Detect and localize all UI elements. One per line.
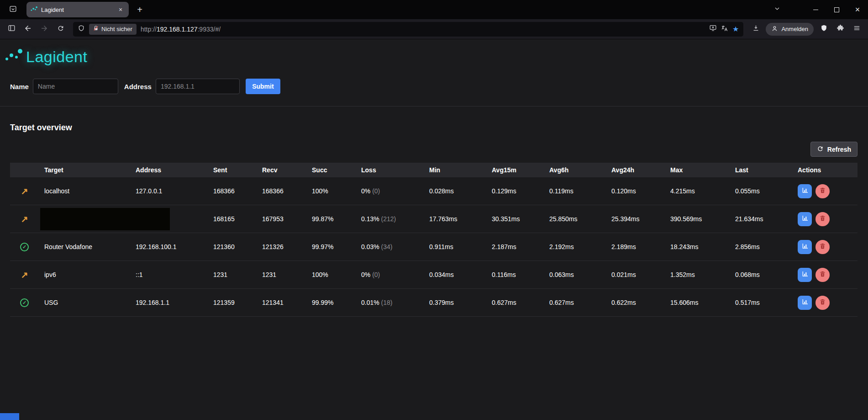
sidebar-toggle-button[interactable]	[4, 21, 19, 37]
last-cell: 2.856ms	[730, 243, 792, 250]
table-row: ↗ ✓ ipv6 ::1 1231 1231 100% 0% (0) 0.034…	[10, 261, 857, 289]
close-button[interactable]: ×	[847, 0, 868, 19]
target-cell: Router Vodafone	[39, 243, 130, 250]
status-warning-icon: ↗	[21, 271, 28, 279]
column-header-avg6h: Avg6h	[544, 166, 606, 174]
max-cell: 18.243ms	[665, 243, 730, 250]
trash-icon	[819, 215, 826, 223]
loss-cell: 0.13% (212)	[356, 215, 424, 223]
signin-label: Anmelden	[781, 26, 808, 32]
actions-cell	[792, 184, 857, 198]
loss-value: 0.01%	[361, 299, 379, 306]
chart-button[interactable]	[798, 296, 812, 310]
close-icon: ×	[855, 5, 860, 14]
firefox-view-button[interactable]	[5, 2, 21, 17]
tracking-protection-shield-icon[interactable]	[78, 25, 85, 34]
extension-shield-button[interactable]	[816, 21, 831, 37]
tab-title: Lagident	[41, 6, 113, 13]
status-warning-icon: ↗	[21, 215, 28, 223]
succ-cell: 99.97%	[306, 243, 356, 250]
table-row: ↗ ✓ 168165 167953 99.87% 0.13% (212) 17.…	[10, 205, 857, 233]
avg15m-cell: 0.129ms	[486, 187, 544, 195]
list-all-tabs-button[interactable]	[769, 2, 785, 17]
save-to-device-icon[interactable]	[709, 24, 717, 34]
column-header-loss: Loss	[356, 166, 424, 174]
delete-button[interactable]	[815, 240, 830, 254]
table-row: ↗ ✓ Router Vodafone 192.168.100.1 121360…	[10, 233, 857, 261]
last-cell: 0.055ms	[730, 187, 792, 195]
submit-button[interactable]: Submit	[246, 79, 280, 94]
table-header: Target Address Sent Recv Succ Loss Min A…	[10, 163, 857, 177]
delete-button[interactable]	[815, 184, 830, 198]
logo-icon	[5, 47, 23, 67]
translate-icon[interactable]	[721, 25, 728, 34]
chart-button[interactable]	[798, 240, 812, 254]
security-chip[interactable]: Nicht sicher	[89, 24, 137, 35]
forward-icon	[40, 24, 48, 34]
chevron-down-icon	[773, 5, 781, 14]
minimize-button[interactable]	[805, 0, 826, 19]
status-ok-icon: ✓	[20, 298, 29, 307]
succ-cell: 100%	[306, 271, 356, 278]
avg15m-cell: 0.627ms	[486, 299, 544, 306]
maximize-button[interactable]	[826, 0, 847, 19]
loss-count: (0)	[372, 271, 380, 278]
max-cell: 4.215ms	[665, 187, 730, 195]
refresh-label: Refresh	[827, 146, 851, 153]
extension-puzzle-button[interactable]	[832, 21, 848, 37]
menu-button[interactable]	[849, 21, 864, 37]
delete-button[interactable]	[815, 212, 830, 226]
add-target-form: Name Address Submit	[0, 69, 868, 94]
trash-icon	[819, 298, 826, 307]
downloads-button[interactable]	[748, 21, 763, 37]
trash-icon	[819, 243, 826, 251]
column-header-recv: Recv	[257, 166, 306, 174]
bottom-left-blue-fragment	[0, 413, 19, 420]
status-cell: ↗ ✓	[10, 215, 39, 223]
last-cell: 0.068ms	[730, 271, 792, 278]
chart-icon	[801, 298, 809, 307]
chart-button[interactable]	[798, 212, 812, 226]
sent-cell: 121360	[208, 243, 257, 250]
avg24h-cell: 0.120ms	[606, 187, 665, 195]
chart-icon	[801, 271, 809, 279]
chart-icon	[801, 243, 809, 251]
name-input[interactable]	[33, 79, 118, 94]
back-button[interactable]	[20, 21, 36, 37]
min-cell: 0.028ms	[424, 187, 486, 195]
sent-cell: 121359	[208, 299, 257, 306]
avg15m-cell: 0.116ms	[486, 271, 544, 278]
address-input[interactable]	[156, 79, 240, 94]
refresh-button[interactable]: Refresh	[810, 142, 857, 157]
trash-icon	[819, 271, 826, 279]
bookmark-star-icon[interactable]: ★	[732, 26, 739, 33]
sent-cell: 168165	[208, 215, 257, 223]
min-cell: 0.911ms	[424, 243, 486, 250]
chart-button[interactable]	[798, 184, 812, 198]
column-header-avg15m: Avg15m	[486, 166, 544, 174]
reload-button[interactable]	[53, 21, 68, 37]
signin-button[interactable]: Anmelden	[766, 23, 814, 36]
status-cell: ↗ ✓	[10, 243, 39, 251]
avg15m-cell: 2.187ms	[486, 243, 544, 250]
target-cell: ipv6	[39, 271, 130, 278]
url-bar[interactable]: Nicht sicher http://192.168.1.127:9933/#…	[73, 22, 743, 37]
status-warning-icon: ↗	[21, 187, 28, 196]
delete-button[interactable]	[815, 268, 830, 282]
chart-icon	[801, 215, 809, 223]
avg24h-cell: 2.189ms	[606, 243, 665, 250]
status-cell: ↗ ✓	[10, 271, 39, 279]
column-header-sent: Sent	[208, 166, 257, 174]
forward-button[interactable]	[37, 21, 52, 37]
chart-button[interactable]	[798, 268, 812, 282]
browser-tab[interactable]: Lagident ×	[26, 2, 129, 17]
column-header-succ: Succ	[306, 166, 356, 174]
delete-button[interactable]	[815, 296, 830, 310]
reload-icon	[57, 25, 64, 34]
maximize-icon	[834, 7, 839, 12]
new-tab-button[interactable]: +	[132, 2, 147, 17]
min-cell: 0.034ms	[424, 271, 486, 278]
refresh-icon	[817, 145, 824, 154]
tab-close-button[interactable]: ×	[116, 5, 125, 14]
section-title: Target overview	[10, 123, 868, 133]
